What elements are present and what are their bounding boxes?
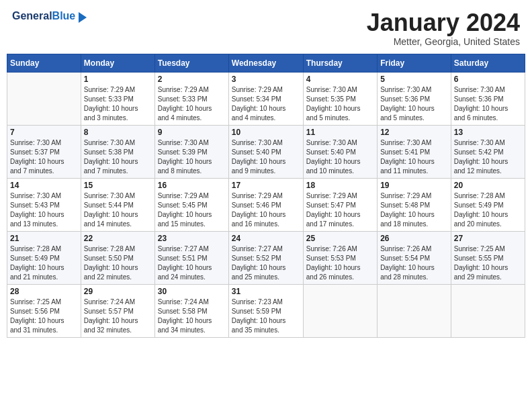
calendar-cell: 30Sunrise: 7:24 AM Sunset: 5:58 PM Dayli… [154,284,228,337]
column-header-sunday: Sunday [7,54,81,72]
calendar-cell: 1Sunrise: 7:29 AM Sunset: 5:33 PM Daylig… [81,72,154,125]
day-number: 15 [84,181,152,190]
column-header-wednesday: Wednesday [228,54,303,72]
calendar-cell: 13Sunrise: 7:30 AM Sunset: 5:42 PM Dayli… [451,125,525,178]
day-detail: Sunrise: 7:29 AM Sunset: 5:45 PM Dayligh… [158,191,226,229]
calendar-cell: 19Sunrise: 7:29 AM Sunset: 5:48 PM Dayli… [378,178,451,231]
logo-arrow-icon [79,12,87,23]
day-detail: Sunrise: 7:30 AM Sunset: 5:42 PM Dayligh… [454,138,522,176]
calendar-title: January 2024 [367,9,520,36]
day-detail: Sunrise: 7:30 AM Sunset: 5:38 PM Dayligh… [84,138,152,176]
day-number: 1 [84,75,152,84]
day-detail: Sunrise: 7:26 AM Sunset: 5:54 PM Dayligh… [380,244,448,282]
day-number: 29 [84,287,152,296]
calendar-cell: 6Sunrise: 7:30 AM Sunset: 5:36 PM Daylig… [451,72,525,125]
day-number: 10 [232,128,300,137]
calendar-table: SundayMondayTuesdayWednesdayThursdayFrid… [7,54,525,338]
column-header-thursday: Thursday [303,54,377,72]
day-number: 30 [158,287,226,296]
calendar-cell: 29Sunrise: 7:24 AM Sunset: 5:57 PM Dayli… [81,284,154,337]
calendar-cell [7,72,81,125]
calendar-cell: 22Sunrise: 7:28 AM Sunset: 5:50 PM Dayli… [81,231,154,284]
day-detail: Sunrise: 7:25 AM Sunset: 5:56 PM Dayligh… [10,298,78,335]
calendar-week-row: 7Sunrise: 7:30 AM Sunset: 5:37 PM Daylig… [7,125,525,178]
calendar-week-row: 28Sunrise: 7:25 AM Sunset: 5:56 PM Dayli… [7,284,525,337]
day-number: 17 [232,181,300,190]
calendar-cell [303,284,377,337]
calendar-cell: 20Sunrise: 7:28 AM Sunset: 5:49 PM Dayli… [451,178,525,231]
day-number: 28 [10,287,78,296]
day-detail: Sunrise: 7:29 AM Sunset: 5:34 PM Dayligh… [232,85,300,123]
calendar-cell: 26Sunrise: 7:26 AM Sunset: 5:54 PM Dayli… [378,231,451,284]
column-header-tuesday: Tuesday [154,54,228,72]
day-detail: Sunrise: 7:30 AM Sunset: 5:35 PM Dayligh… [306,85,374,123]
day-detail: Sunrise: 7:30 AM Sunset: 5:39 PM Dayligh… [158,138,226,176]
day-detail: Sunrise: 7:25 AM Sunset: 5:55 PM Dayligh… [454,244,522,282]
title-block: January 2024 Metter, Georgia, United Sta… [367,9,520,47]
day-detail: Sunrise: 7:27 AM Sunset: 5:52 PM Dayligh… [232,244,300,282]
calendar-cell: 31Sunrise: 7:23 AM Sunset: 5:59 PM Dayli… [228,284,303,337]
day-number: 9 [158,128,226,137]
calendar-cell: 4Sunrise: 7:30 AM Sunset: 5:35 PM Daylig… [303,72,377,125]
day-detail: Sunrise: 7:30 AM Sunset: 5:44 PM Dayligh… [84,191,152,229]
day-detail: Sunrise: 7:28 AM Sunset: 5:50 PM Dayligh… [84,244,152,282]
calendar-cell: 28Sunrise: 7:25 AM Sunset: 5:56 PM Dayli… [7,284,81,337]
day-detail: Sunrise: 7:29 AM Sunset: 5:33 PM Dayligh… [84,85,152,123]
calendar-location: Metter, Georgia, United States [367,36,520,47]
calendar-cell: 16Sunrise: 7:29 AM Sunset: 5:45 PM Dayli… [154,178,228,231]
day-detail: Sunrise: 7:29 AM Sunset: 5:48 PM Dayligh… [380,191,448,229]
day-number: 21 [10,234,78,243]
day-detail: Sunrise: 7:26 AM Sunset: 5:53 PM Dayligh… [306,244,374,282]
day-detail: Sunrise: 7:28 AM Sunset: 5:49 PM Dayligh… [454,191,522,229]
day-number: 22 [84,234,152,243]
day-detail: Sunrise: 7:30 AM Sunset: 5:37 PM Dayligh… [10,138,78,176]
day-number: 2 [158,75,226,84]
calendar-cell: 2Sunrise: 7:29 AM Sunset: 5:33 PM Daylig… [154,72,228,125]
day-detail: Sunrise: 7:30 AM Sunset: 5:36 PM Dayligh… [380,85,448,123]
day-number: 5 [380,75,448,84]
calendar-cell: 17Sunrise: 7:29 AM Sunset: 5:46 PM Dayli… [228,178,303,231]
day-number: 13 [454,128,522,137]
calendar-cell: 25Sunrise: 7:26 AM Sunset: 5:53 PM Dayli… [303,231,377,284]
day-number: 12 [380,128,448,137]
day-detail: Sunrise: 7:29 AM Sunset: 5:33 PM Dayligh… [158,85,226,123]
calendar-cell: 14Sunrise: 7:30 AM Sunset: 5:43 PM Dayli… [7,178,81,231]
calendar-cell [451,284,525,337]
calendar-cell: 11Sunrise: 7:30 AM Sunset: 5:40 PM Dayli… [303,125,377,178]
calendar-week-row: 21Sunrise: 7:28 AM Sunset: 5:49 PM Dayli… [7,231,525,284]
calendar-week-row: 1Sunrise: 7:29 AM Sunset: 5:33 PM Daylig… [7,72,525,125]
day-number: 3 [232,75,300,84]
calendar-cell: 9Sunrise: 7:30 AM Sunset: 5:39 PM Daylig… [154,125,228,178]
day-number: 7 [10,128,78,137]
calendar-cell: 15Sunrise: 7:30 AM Sunset: 5:44 PM Dayli… [81,178,154,231]
day-number: 11 [306,128,374,137]
day-number: 25 [306,234,374,243]
day-number: 20 [454,181,522,190]
day-number: 6 [454,75,522,84]
day-detail: Sunrise: 7:27 AM Sunset: 5:51 PM Dayligh… [158,244,226,282]
calendar-header-row: SundayMondayTuesdayWednesdayThursdayFrid… [7,54,525,72]
day-detail: Sunrise: 7:28 AM Sunset: 5:49 PM Dayligh… [10,244,78,282]
day-number: 18 [306,181,374,190]
day-detail: Sunrise: 7:30 AM Sunset: 5:43 PM Dayligh… [10,191,78,229]
logo: GeneralBlue [12,9,87,23]
calendar-cell: 27Sunrise: 7:25 AM Sunset: 5:55 PM Dayli… [451,231,525,284]
day-detail: Sunrise: 7:30 AM Sunset: 5:40 PM Dayligh… [306,138,374,176]
day-detail: Sunrise: 7:24 AM Sunset: 5:57 PM Dayligh… [84,298,152,335]
column-header-monday: Monday [81,54,154,72]
day-detail: Sunrise: 7:29 AM Sunset: 5:47 PM Dayligh… [306,191,374,229]
calendar-cell: 12Sunrise: 7:30 AM Sunset: 5:41 PM Dayli… [378,125,451,178]
day-number: 19 [380,181,448,190]
day-detail: Sunrise: 7:24 AM Sunset: 5:58 PM Dayligh… [158,298,226,335]
day-number: 16 [158,181,226,190]
calendar-cell: 7Sunrise: 7:30 AM Sunset: 5:37 PM Daylig… [7,125,81,178]
day-detail: Sunrise: 7:30 AM Sunset: 5:40 PM Dayligh… [232,138,300,176]
logo-general: General [12,10,52,21]
day-detail: Sunrise: 7:23 AM Sunset: 5:59 PM Dayligh… [232,298,300,335]
calendar-cell: 21Sunrise: 7:28 AM Sunset: 5:49 PM Dayli… [7,231,81,284]
calendar-week-row: 14Sunrise: 7:30 AM Sunset: 5:43 PM Dayli… [7,178,525,231]
day-number: 4 [306,75,374,84]
column-header-saturday: Saturday [451,54,525,72]
day-detail: Sunrise: 7:30 AM Sunset: 5:41 PM Dayligh… [380,138,448,176]
day-number: 24 [232,234,300,243]
